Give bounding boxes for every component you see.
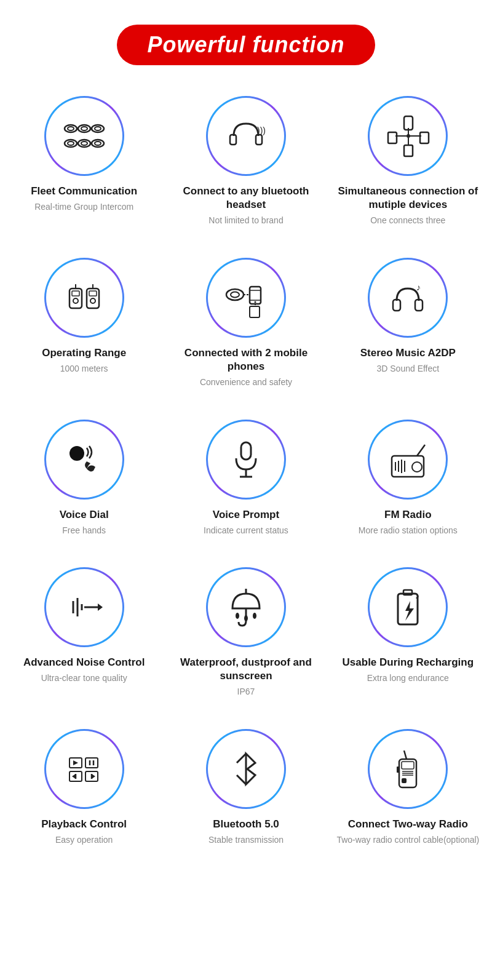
svg-rect-42 [415,300,423,311]
walkie-talkie-icon [383,744,432,794]
icon-circle-noise [44,567,124,647]
svg-rect-15 [404,116,413,130]
svg-point-0 [65,125,77,132]
svg-rect-20 [388,132,397,143]
waterproof-sub: IP67 [237,686,255,698]
svg-point-63 [244,615,248,621]
playback-title: Playback Control [41,818,127,831]
features-grid: Fleet Communication Real-time Group Inte… [6,96,486,847]
feature-waterproof: Waterproof, dustproof and sunscreen IP67 [168,567,323,698]
music-icon: ♪ [383,273,432,322]
voice-dial-title: Voice Dial [60,508,109,522]
svg-rect-48 [392,456,424,477]
bluetooth5-icon [221,744,271,794]
two-phones-title: Connected with 2 mobile phones [174,346,317,373]
svg-point-9 [81,141,87,145]
feature-two-phones: Connected with 2 mobile phones Convenien… [168,258,323,389]
svg-point-44 [69,446,84,461]
svg-rect-39 [250,306,260,317]
bluetooth5-title: Bluetooth 5.0 [213,818,279,831]
svg-point-8 [78,140,90,147]
feature-range: Operating Range 1000 meters [6,258,162,389]
fleet-sub: Real-time Group Intercom [34,201,133,213]
feature-two-way-radio: Connect Two-way Radio Two-way radio cont… [330,729,486,847]
icon-circle-music: ♪ [368,258,448,338]
battery-icon: ♪ [383,583,432,632]
svg-point-64 [253,613,256,619]
svg-rect-88 [402,778,407,783]
icon-circle-waterproof [206,567,286,647]
svg-marker-70 [73,760,78,765]
svg-point-32 [226,289,244,300]
voice-prompt-title: Voice Prompt [213,508,279,522]
svg-text:))): ))) [257,125,266,135]
recharging-sub: Extra long endurance [367,672,449,685]
svg-point-11 [95,141,101,145]
svg-rect-71 [85,758,98,768]
fleet-icon [60,111,109,161]
feature-fm-radio: FM Radio More radio station options [330,420,486,537]
fm-radio-title: FM Radio [384,508,432,522]
icon-circle-fm-radio [368,420,448,500]
svg-rect-84 [402,762,414,769]
icon-circle-simultaneous [368,96,448,176]
two-phones-sub: Convenience and safety [200,376,292,389]
icon-circle-range [44,258,124,338]
svg-rect-25 [72,291,79,296]
svg-point-29 [90,298,95,303]
range-icon [60,273,109,322]
simultaneous-title: Simultaneous connection of mutiple devic… [336,185,480,212]
two-phones-icon [221,273,271,322]
playback-icon [60,744,109,794]
recharging-title: Usable During Recharging [343,656,474,669]
feature-bluetooth5: Bluetooth 5.0 Stable transmission [168,729,323,847]
feature-simultaneous: Simultaneous connection of mutiple devic… [330,96,486,227]
svg-point-10 [92,140,104,147]
icon-circle-playback [44,729,124,809]
music-sub: 3D Sound Effect [376,363,439,375]
fleet-title: Fleet Communication [31,185,137,198]
svg-line-83 [404,751,407,759]
svg-point-53 [412,462,422,472]
svg-point-4 [92,125,104,132]
icon-circle-walkie-talkie [368,729,448,809]
voice-prompt-sub: Indicate current status [204,525,288,537]
svg-rect-41 [393,300,400,311]
voice-dial-icon [60,435,109,484]
feature-music: ♪ Stereo Music A2DP 3D Sound Effect [330,258,486,389]
page-title: Powerful function [117,25,376,65]
svg-point-62 [236,613,239,619]
range-sub: 1000 meters [60,363,108,375]
voice-dial-sub: Free hands [62,525,106,537]
svg-point-37 [254,301,256,303]
svg-line-54 [417,445,425,456]
noise-sub: Ultra-clear tone quality [41,672,127,685]
svg-point-7 [68,141,74,145]
svg-point-5 [95,127,101,130]
svg-point-6 [65,140,77,147]
fm-radio-icon [383,435,432,484]
icon-circle-two-phones [206,258,286,338]
icon-circle-battery: ♪ [368,567,448,647]
icon-circle-bluetooth5 [206,729,286,809]
icon-circle-fleet [44,96,124,176]
svg-text:♪: ♪ [415,591,419,600]
two-way-radio-sub: Two-way radio control cable(optional) [336,834,479,847]
svg-rect-67 [403,590,412,595]
music-title: Stereo Music A2DP [360,346,456,360]
bt-headset-icon: ))) [221,111,271,161]
simultaneous-icon [383,111,432,161]
two-way-radio-title: Connect Two-way Radio [348,818,468,831]
noise-title: Advanced Noise Control [23,656,145,669]
waterproof-title: Waterproof, dustproof and sunscreen [174,656,317,683]
simultaneous-sub: One connects three [370,215,445,227]
svg-rect-23 [404,145,413,156]
svg-point-26 [73,298,78,303]
svg-marker-60 [98,604,103,611]
feature-playback: Playback Control Easy operation [6,729,162,847]
svg-rect-12 [230,135,236,145]
svg-point-2 [78,125,90,132]
playback-sub: Easy operation [55,834,113,847]
svg-rect-21 [420,132,429,143]
icon-circle-microphone [206,420,286,500]
